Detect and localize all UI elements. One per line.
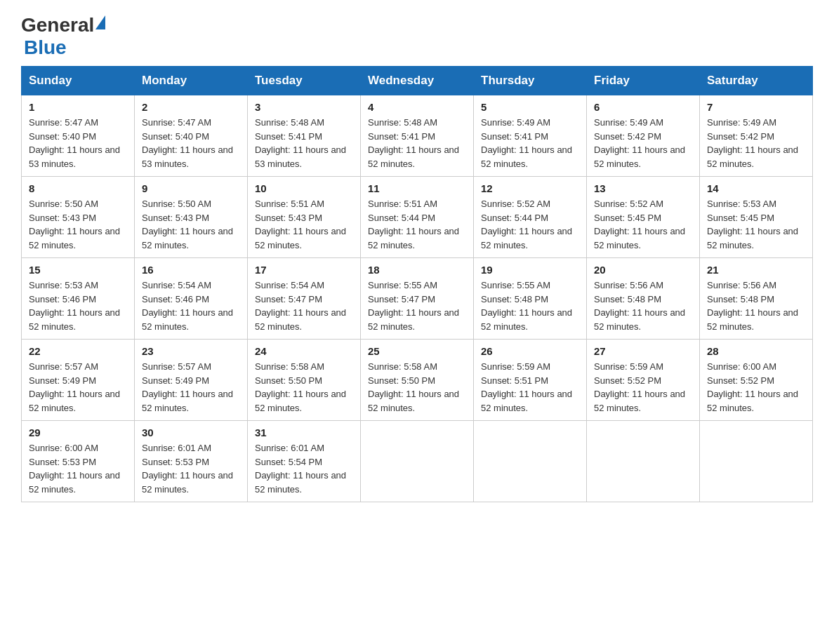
calendar-cell: 4Sunrise: 5:48 AMSunset: 5:41 PMDaylight… (361, 95, 474, 177)
day-number: 7 (707, 101, 805, 113)
day-number: 10 (255, 182, 353, 194)
day-number: 13 (594, 182, 692, 194)
day-number: 3 (255, 101, 353, 113)
header-tuesday: Tuesday (248, 67, 361, 95)
day-info: Sunrise: 5:54 AMSunset: 5:46 PMDaylight:… (142, 279, 240, 333)
calendar-cell: 3Sunrise: 5:48 AMSunset: 5:41 PMDaylight… (248, 95, 361, 177)
calendar-cell: 20Sunrise: 5:56 AMSunset: 5:48 PMDayligh… (587, 258, 700, 340)
logo-blue-text: Blue (24, 36, 67, 58)
day-number: 12 (481, 182, 579, 194)
calendar-cell: 19Sunrise: 5:55 AMSunset: 5:48 PMDayligh… (474, 258, 587, 340)
day-number: 23 (142, 345, 240, 357)
day-number: 14 (707, 182, 805, 194)
calendar-cell: 21Sunrise: 5:56 AMSunset: 5:48 PMDayligh… (700, 258, 813, 340)
day-info: Sunrise: 5:57 AMSunset: 5:49 PMDaylight:… (142, 360, 240, 415)
day-info: Sunrise: 5:55 AMSunset: 5:47 PMDaylight:… (368, 279, 466, 333)
day-info: Sunrise: 5:48 AMSunset: 5:41 PMDaylight:… (368, 116, 466, 170)
day-info: Sunrise: 5:52 AMSunset: 5:44 PMDaylight:… (481, 197, 579, 252)
day-info: Sunrise: 5:53 AMSunset: 5:45 PMDaylight:… (707, 197, 805, 252)
logo-triangle-icon (95, 15, 105, 29)
day-number: 27 (594, 345, 692, 357)
day-number: 2 (142, 101, 240, 113)
header-monday: Monday (135, 67, 248, 95)
calendar-week-row: 1Sunrise: 5:47 AMSunset: 5:40 PMDaylight… (22, 95, 813, 177)
day-info: Sunrise: 5:49 AMSunset: 5:42 PMDaylight:… (594, 116, 692, 170)
calendar-cell: 17Sunrise: 5:54 AMSunset: 5:47 PMDayligh… (248, 258, 361, 340)
day-number: 25 (368, 345, 466, 357)
day-number: 9 (142, 182, 240, 194)
calendar-week-row: 15Sunrise: 5:53 AMSunset: 5:46 PMDayligh… (22, 258, 813, 340)
calendar-cell: 9Sunrise: 5:50 AMSunset: 5:43 PMDaylight… (135, 177, 248, 258)
calendar-cell: 7Sunrise: 5:49 AMSunset: 5:42 PMDaylight… (700, 95, 813, 177)
calendar-cell (587, 421, 700, 502)
page-header: General Blue (21, 14, 813, 59)
day-info: Sunrise: 6:01 AMSunset: 5:53 PMDaylight:… (142, 441, 240, 496)
calendar-table: SundayMondayTuesdayWednesdayThursdayFrid… (21, 66, 813, 502)
calendar-cell: 10Sunrise: 5:51 AMSunset: 5:43 PMDayligh… (248, 177, 361, 258)
day-info: Sunrise: 5:56 AMSunset: 5:48 PMDaylight:… (707, 279, 805, 333)
calendar-cell: 8Sunrise: 5:50 AMSunset: 5:43 PMDaylight… (22, 177, 135, 258)
calendar-cell: 6Sunrise: 5:49 AMSunset: 5:42 PMDaylight… (587, 95, 700, 177)
day-number: 8 (29, 182, 127, 194)
day-info: Sunrise: 5:56 AMSunset: 5:48 PMDaylight:… (594, 279, 692, 333)
day-number: 19 (481, 264, 579, 276)
header-saturday: Saturday (700, 67, 813, 95)
calendar-week-row: 29Sunrise: 6:00 AMSunset: 5:53 PMDayligh… (22, 421, 813, 502)
calendar-cell: 28Sunrise: 6:00 AMSunset: 5:52 PMDayligh… (700, 340, 813, 421)
calendar-cell: 18Sunrise: 5:55 AMSunset: 5:47 PMDayligh… (361, 258, 474, 340)
day-number: 5 (481, 101, 579, 113)
logo: General (21, 14, 105, 36)
calendar-cell (700, 421, 813, 502)
day-number: 24 (255, 345, 353, 357)
calendar-cell: 23Sunrise: 5:57 AMSunset: 5:49 PMDayligh… (135, 340, 248, 421)
day-number: 26 (481, 345, 579, 357)
day-number: 15 (29, 264, 127, 276)
calendar-cell: 30Sunrise: 6:01 AMSunset: 5:53 PMDayligh… (135, 421, 248, 502)
day-info: Sunrise: 5:59 AMSunset: 5:51 PMDaylight:… (481, 360, 579, 415)
logo-general-text: General (21, 14, 94, 36)
calendar-cell: 25Sunrise: 5:58 AMSunset: 5:50 PMDayligh… (361, 340, 474, 421)
calendar-cell: 22Sunrise: 5:57 AMSunset: 5:49 PMDayligh… (22, 340, 135, 421)
day-number: 21 (707, 264, 805, 276)
calendar-cell: 16Sunrise: 5:54 AMSunset: 5:46 PMDayligh… (135, 258, 248, 340)
calendar-cell: 14Sunrise: 5:53 AMSunset: 5:45 PMDayligh… (700, 177, 813, 258)
header-friday: Friday (587, 67, 700, 95)
calendar-cell: 27Sunrise: 5:59 AMSunset: 5:52 PMDayligh… (587, 340, 700, 421)
calendar-cell: 24Sunrise: 5:58 AMSunset: 5:50 PMDayligh… (248, 340, 361, 421)
calendar-cell: 2Sunrise: 5:47 AMSunset: 5:40 PMDaylight… (135, 95, 248, 177)
day-info: Sunrise: 5:58 AMSunset: 5:50 PMDaylight:… (368, 360, 466, 415)
day-number: 22 (29, 345, 127, 357)
day-info: Sunrise: 5:49 AMSunset: 5:42 PMDaylight:… (707, 116, 805, 170)
day-info: Sunrise: 6:00 AMSunset: 5:53 PMDaylight:… (29, 441, 127, 496)
day-info: Sunrise: 5:51 AMSunset: 5:44 PMDaylight:… (368, 197, 466, 252)
day-number: 31 (255, 427, 353, 438)
day-number: 6 (594, 101, 692, 113)
day-info: Sunrise: 5:55 AMSunset: 5:48 PMDaylight:… (481, 279, 579, 333)
day-info: Sunrise: 5:54 AMSunset: 5:47 PMDaylight:… (255, 279, 353, 333)
day-number: 18 (368, 264, 466, 276)
day-info: Sunrise: 5:53 AMSunset: 5:46 PMDaylight:… (29, 279, 127, 333)
day-number: 4 (368, 101, 466, 113)
calendar-cell: 5Sunrise: 5:49 AMSunset: 5:41 PMDaylight… (474, 95, 587, 177)
calendar-cell: 11Sunrise: 5:51 AMSunset: 5:44 PMDayligh… (361, 177, 474, 258)
calendar-cell: 29Sunrise: 6:00 AMSunset: 5:53 PMDayligh… (22, 421, 135, 502)
calendar-cell: 13Sunrise: 5:52 AMSunset: 5:45 PMDayligh… (587, 177, 700, 258)
calendar-cell: 15Sunrise: 5:53 AMSunset: 5:46 PMDayligh… (22, 258, 135, 340)
day-info: Sunrise: 5:48 AMSunset: 5:41 PMDaylight:… (255, 116, 353, 170)
header-sunday: Sunday (22, 67, 135, 95)
day-info: Sunrise: 6:01 AMSunset: 5:54 PMDaylight:… (255, 441, 353, 496)
day-number: 20 (594, 264, 692, 276)
calendar-cell: 12Sunrise: 5:52 AMSunset: 5:44 PMDayligh… (474, 177, 587, 258)
day-number: 29 (29, 427, 127, 438)
day-number: 16 (142, 264, 240, 276)
calendar-week-row: 8Sunrise: 5:50 AMSunset: 5:43 PMDaylight… (22, 177, 813, 258)
day-info: Sunrise: 5:51 AMSunset: 5:43 PMDaylight:… (255, 197, 353, 252)
day-info: Sunrise: 5:58 AMSunset: 5:50 PMDaylight:… (255, 360, 353, 415)
day-number: 1 (29, 101, 127, 113)
calendar-cell: 31Sunrise: 6:01 AMSunset: 5:54 PMDayligh… (248, 421, 361, 502)
day-number: 28 (707, 345, 805, 357)
calendar-cell (361, 421, 474, 502)
day-info: Sunrise: 6:00 AMSunset: 5:52 PMDaylight:… (707, 360, 805, 415)
header-thursday: Thursday (474, 67, 587, 95)
day-info: Sunrise: 5:49 AMSunset: 5:41 PMDaylight:… (481, 116, 579, 170)
